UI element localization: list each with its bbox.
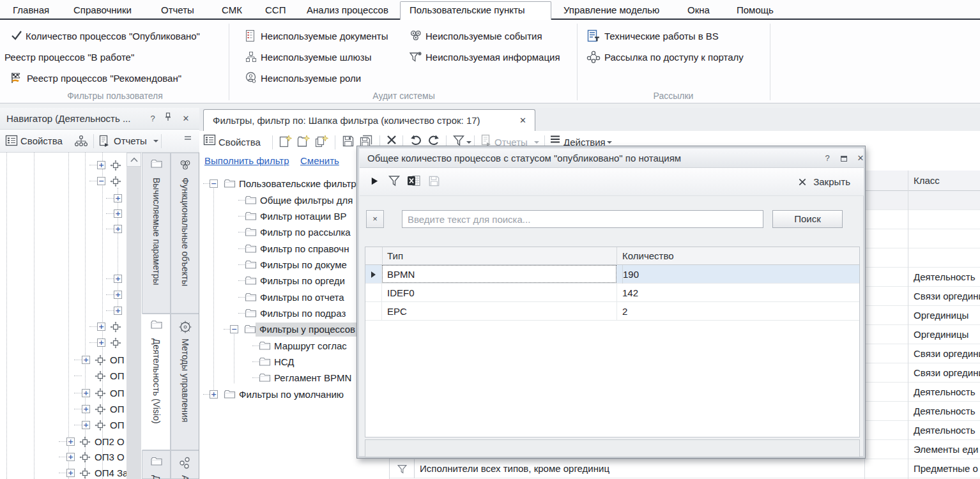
cell-type[interactable]: BPMN <box>387 265 415 284</box>
cell-count[interactable]: 190 <box>622 265 639 284</box>
expand-box[interactable]: + <box>97 338 105 347</box>
filter-tree-item[interactable]: НСД <box>274 356 295 369</box>
table-row[interactable]: EPC 2 <box>365 302 859 321</box>
ribbon-button[interactable]: Реестр процессов "В работе" <box>4 50 134 65</box>
properties-button[interactable]: Свойства <box>20 132 63 151</box>
close-icon[interactable]: ✕ <box>179 108 193 130</box>
expand-box[interactable]: + <box>114 209 122 218</box>
dialog-titlebar[interactable]: Общее количество процессов с статусом "о… <box>360 149 864 168</box>
table-row-label[interactable]: Исполнители всех типов, кроме оргединиц <box>420 459 609 478</box>
filter-tree-item[interactable]: Фильтры по подраз <box>260 307 346 320</box>
change-header-link[interactable]: Сменить <box>300 155 339 166</box>
expand-box[interactable]: + <box>114 275 122 283</box>
filter-tree-item[interactable]: Фильтры по докуме <box>260 259 347 271</box>
menu-item-8[interactable]: Управление моделью <box>563 0 659 20</box>
ribbon-button[interactable]: Реестр процессов "Рекомендован" <box>27 71 181 86</box>
filter-tree-item[interactable]: Фильтр по рассылка <box>260 226 351 239</box>
cell-type[interactable]: EPC <box>387 302 407 321</box>
expand-box[interactable]: + <box>82 405 90 413</box>
expand-box[interactable]: + <box>210 390 218 399</box>
side-tab-col1-1[interactable]: Деятельность (Visio) <box>142 314 171 450</box>
menu-item-4[interactable]: СМК <box>222 0 242 20</box>
menu-item-9[interactable]: Окна <box>687 0 710 20</box>
side-tab-col1-0[interactable]: Вычисляемые параметры <box>142 153 171 314</box>
ribbon-button[interactable]: Неиспользуемые роли <box>261 71 361 86</box>
properties-icon[interactable] <box>5 135 18 146</box>
expand-box[interactable]: + <box>66 437 75 446</box>
excel-export-icon[interactable] <box>407 174 421 187</box>
scroll-up-button[interactable] <box>126 153 141 167</box>
cell-count[interactable]: 142 <box>622 284 638 302</box>
ribbon-button[interactable]: Количество процессов "Опубликовано" <box>26 29 200 44</box>
tree-item[interactable]: ОП3 О <box>95 451 125 464</box>
reports-button[interactable]: Отчеты <box>114 132 147 151</box>
pin-icon[interactable] <box>161 108 175 130</box>
table-row[interactable]: IDEF0 142 <box>365 284 859 302</box>
dialog-help-button[interactable]: ? <box>821 152 834 165</box>
filter-tree-item[interactable]: Фильтры у процессов <box>259 323 355 336</box>
properties-icon[interactable] <box>203 134 216 146</box>
run-filter-link[interactable]: Выполнить фильтр <box>204 155 289 166</box>
column-header-type[interactable]: Тип <box>387 247 403 265</box>
filter-tree-item[interactable]: Фильтры по оргеди <box>260 275 345 287</box>
tree-item[interactable]: ОП4 За <box>95 467 128 479</box>
filter-tree-item[interactable]: Фильтр по справочн <box>260 243 349 255</box>
expand-box[interactable]: + <box>114 291 122 299</box>
column-header-count[interactable]: Количество <box>622 247 674 265</box>
filter-tree-item[interactable]: Фильтр нотации BP <box>260 210 346 223</box>
chevron-down-icon[interactable] <box>153 140 158 145</box>
menu-item-1[interactable]: Главная <box>13 0 49 20</box>
filter-tree-item[interactable]: Пользовательские фильтры <box>239 178 363 190</box>
filter-tree-item[interactable]: Маршрут соглас <box>274 340 347 353</box>
expand-box[interactable]: + <box>66 453 75 461</box>
tree-item[interactable]: ОП <box>110 387 124 400</box>
expand-box[interactable]: + <box>97 323 105 331</box>
new-item-icon[interactable] <box>279 134 293 148</box>
search-input[interactable] <box>402 210 763 228</box>
tree-item[interactable]: ОП <box>110 403 124 416</box>
menu-item-10[interactable]: Помощь <box>737 0 774 20</box>
cell-type[interactable]: IDEF0 <box>387 284 415 302</box>
run-icon[interactable] <box>370 176 379 186</box>
expand-box[interactable]: + <box>114 307 122 315</box>
side-tab-col1-2[interactable]: Де <box>142 450 171 479</box>
expand-box[interactable]: + <box>114 225 122 233</box>
save-icon[interactable] <box>341 134 355 148</box>
collapse-box[interactable]: − <box>97 177 105 185</box>
expand-box[interactable]: + <box>82 356 90 364</box>
properties-button[interactable]: Свойства <box>218 131 261 153</box>
ribbon-button[interactable]: Неиспользуемые шлюзы <box>261 50 371 65</box>
table-row[interactable]: BPMN 190 <box>365 265 859 284</box>
dialog-close-button[interactable]: ✕ <box>854 152 867 165</box>
filter-icon[interactable] <box>452 134 465 147</box>
tab-filters[interactable]: Фильтры, фильтр по: Шапка фильтра (колич… <box>203 109 535 131</box>
search-clear-button[interactable]: × <box>366 210 384 228</box>
ribbon-button[interactable]: Рассылка по доступу к порталу <box>604 50 744 65</box>
filter-tree-item[interactable]: Фильтры по умолчанию <box>239 388 344 401</box>
save-icon[interactable] <box>427 174 441 188</box>
scrollbar-track[interactable] <box>126 153 141 479</box>
side-tab-col2-0[interactable]: Функциональные объекты <box>171 153 199 314</box>
expand-box[interactable]: + <box>66 469 75 477</box>
tab-close-icon[interactable]: ✕ <box>519 110 526 132</box>
undo-icon[interactable] <box>409 134 423 147</box>
ribbon-button[interactable]: Неиспользуемая информация <box>425 50 560 65</box>
tree-item[interactable]: ОП <box>110 419 124 432</box>
menu-item-5[interactable]: ССП <box>265 0 286 20</box>
filter-tree-item[interactable]: Фильтры по отчета <box>260 291 344 304</box>
help-button[interactable]: ? <box>146 108 160 130</box>
copy-icon[interactable] <box>314 134 328 148</box>
filter-icon[interactable] <box>388 174 401 187</box>
column-header-class[interactable]: Класс <box>914 171 940 191</box>
ribbon-button[interactable]: Технические работы в BS <box>604 29 719 44</box>
cell-count[interactable]: 2 <box>622 302 627 321</box>
ribbon-button[interactable]: Неиспользуемые документы <box>261 29 388 44</box>
collapse-box[interactable]: − <box>230 325 238 333</box>
side-tab-col2-1[interactable]: Методы управления <box>171 314 199 450</box>
delete-icon[interactable] <box>386 134 397 146</box>
collapse-box[interactable]: − <box>210 179 218 188</box>
expand-box[interactable]: + <box>97 161 105 169</box>
menu-item-7[interactable]: Пользовательские пункты <box>410 0 525 20</box>
search-button[interactable]: Поиск <box>772 210 843 228</box>
reports-icon[interactable] <box>98 135 110 148</box>
